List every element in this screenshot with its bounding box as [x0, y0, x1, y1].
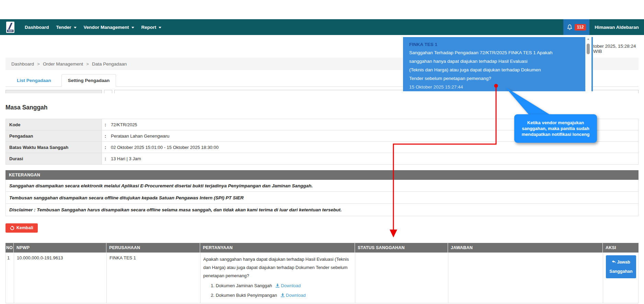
user-menu[interactable]: Himawan Aldebaran	[589, 25, 644, 30]
sanggahan-table: NO NPWP PERUSAHAAN PERTANYAAN STATUS SAN…	[5, 243, 639, 303]
sier-logo[interactable]: SIER	[6, 22, 14, 33]
nav-item-label: Tender	[56, 25, 71, 30]
column-header-npwp: NPWP	[14, 243, 106, 253]
red-annotation-arrowhead	[390, 230, 397, 237]
nav-item-label: Dashboard	[25, 25, 49, 30]
download-icon	[275, 282, 280, 290]
notification-body-line: Tender sebelum penetapan pemenang?	[409, 74, 579, 83]
top-navbar: SIER Dashboard Tender Vendor Management …	[0, 19, 644, 35]
nav-item-label: Report	[141, 25, 157, 30]
keterangan-row: Sanggahan disampaikan secara elektronik …	[6, 180, 638, 192]
detail-label: Kode	[6, 119, 102, 130]
detail-label: Batas Waktu Masa Sanggah	[6, 142, 102, 153]
detail-colon: :	[102, 119, 109, 130]
notification-count-badge: 112	[575, 24, 586, 31]
attachment-name: Dokumen Jaminan Sanggah	[216, 283, 272, 288]
cell-pertanyaan: Apakah sanggahan hanya dapat diajukan te…	[200, 253, 355, 303]
nav-item-label: Vendor Management	[84, 25, 129, 30]
reply-icon	[612, 258, 616, 267]
keterangan-rows: Sanggahan disampaikan secara elektronik …	[5, 180, 639, 216]
caret-down-icon	[131, 27, 134, 28]
download-link[interactable]: Download	[281, 283, 301, 288]
cell-status-sanggahan	[355, 253, 448, 303]
attachment-number: 2.	[211, 293, 215, 298]
notification-bell-button[interactable]: 112	[563, 19, 589, 35]
kembali-label: Kembali	[16, 225, 33, 230]
notification-title: FINKA TES 1	[409, 41, 579, 48]
kembali-button[interactable]: Kembali	[5, 223, 38, 233]
navbar-right: 112 Himawan Aldebaran	[563, 19, 644, 35]
breadcrumb-item-order-management[interactable]: Order Management	[43, 61, 83, 67]
nav-item-tender[interactable]: Tender	[56, 25, 77, 30]
attachment-item: 2. Dokumen Bukti Penyimpangan Download	[211, 291, 352, 300]
detail-label: Durasi	[6, 153, 102, 164]
nav-item-vendor-management[interactable]: Vendor Management	[84, 25, 134, 30]
detail-colon: :	[102, 130, 109, 141]
sier-logo-graphic: SIER	[7, 22, 14, 32]
nav-item-dashboard[interactable]: Dashboard	[25, 25, 49, 30]
breadcrumb-separator: >	[86, 61, 89, 67]
page-title: Masa Sanggah	[5, 104, 48, 111]
detail-row-durasi: Durasi : 13 Hari | 3 Jam	[6, 153, 638, 164]
notification-body-line: Sanggahan Terhadap Pengadaan 72/KTR/2025…	[409, 48, 579, 57]
undo-icon	[10, 226, 14, 230]
notification-panel-edge	[591, 37, 593, 91]
server-time-text: tober 2025, 15:28:24 WIB	[593, 44, 644, 54]
sier-logo-text: SIER	[8, 30, 13, 32]
caret-down-icon	[159, 27, 161, 28]
column-header-aksi: AKSI	[603, 243, 639, 253]
column-header-no: NO	[5, 243, 14, 253]
column-header-status-sanggahan: STATUS SANGGAHAN	[355, 243, 448, 253]
detail-label: Pengadaan	[6, 130, 102, 141]
strip-cell	[104, 90, 112, 93]
breadcrumb-item-dashboard[interactable]: Dashboard	[11, 61, 34, 67]
notification-body-line: (Teknis dan Harga) atau juga dapat diaju…	[409, 66, 579, 74]
attachment-number: 1.	[211, 283, 215, 288]
column-header-jawaban: JAWABAN	[448, 243, 603, 253]
breadcrumb-item-data-pengadaan: Data Pengadaan	[92, 61, 127, 67]
keterangan-row: Disclaimer : Tembusan Sanggahan harus di…	[6, 204, 638, 216]
cell-perusahaan: FINKA TES 1	[107, 253, 200, 303]
keterangan-section: KETERANGAN Sanggahan disampaikan secara …	[5, 170, 639, 216]
notification-timestamp: 15 Oktober 2025 15:27:44	[409, 83, 579, 91]
attachment-item: 1. Dokumen Jaminan Sanggah Download	[211, 282, 352, 290]
attachment-name: Dokumen Bukti Penyimpangan	[216, 293, 277, 298]
notification-scrollbar[interactable]: ▲	[586, 37, 591, 91]
tab-list-pengadaan[interactable]: List Pengadaan	[11, 74, 57, 86]
notification-body-line: sanggahan hanya dapat diajukan terhadap …	[409, 57, 579, 66]
nav-item-report[interactable]: Report	[141, 25, 162, 30]
bell-icon	[567, 24, 573, 31]
annotation-callout: Ketika vendor mengajukan sanggahan, maka…	[514, 114, 597, 143]
column-header-pertanyaan: PERTANYAAN	[200, 243, 355, 253]
pertanyaan-text: Apakah sanggahan hanya dapat diajukan te…	[203, 255, 352, 280]
page: SIER Dashboard Tender Vendor Management …	[0, 0, 644, 304]
download-icon	[280, 292, 285, 300]
detail-row-batas-waktu: Batas Waktu Masa Sanggah : 02 Oktober 20…	[6, 142, 638, 153]
keterangan-header: KETERANGAN	[5, 170, 639, 180]
attachment-list: 1. Dokumen Jaminan Sanggah Download 2. D…	[203, 282, 352, 300]
detail-value: 13 Hari | 3 Jam	[109, 153, 638, 164]
scrollbar-up-arrow-icon[interactable]: ▲	[586, 37, 591, 40]
sanggahan-table-header: NO NPWP PERUSAHAAN PERTANYAAN STATUS SAN…	[5, 243, 639, 253]
column-header-perusahaan: PERUSAHAAN	[106, 243, 200, 253]
keterangan-row: Tembusan sanggahan disampaikan secara of…	[6, 192, 638, 204]
breadcrumb-separator: >	[37, 61, 40, 67]
detail-colon: :	[102, 142, 109, 153]
table-row: 1 10.000.000.0-191.9613 FINKA TES 1 Apak…	[5, 253, 639, 303]
cell-aksi: Jawab Sanggahan	[603, 253, 639, 303]
jawab-sanggahan-button[interactable]: Jawab Sanggahan	[606, 255, 636, 278]
strip-cell	[5, 90, 102, 93]
navbar-left: SIER Dashboard Tender Vendor Management …	[0, 19, 169, 35]
scrollbar-thumb[interactable]	[587, 44, 590, 54]
detail-colon: :	[102, 153, 109, 164]
caret-down-icon	[74, 27, 77, 28]
tab-setting-pengadaan[interactable]: Setting Pengadaan	[61, 74, 116, 87]
cell-jawaban	[448, 253, 603, 303]
notification-dropdown[interactable]: FINKA TES 1 Sanggahan Terhadap Pengadaan…	[403, 37, 585, 91]
cell-no: 1	[6, 253, 14, 303]
cell-npwp: 10.000.000.0-191.9613	[14, 253, 107, 303]
detail-value: 02 Oktober 2025 15:01:00 - 15 Oktober 20…	[109, 142, 638, 153]
download-link[interactable]: Download	[286, 293, 306, 298]
